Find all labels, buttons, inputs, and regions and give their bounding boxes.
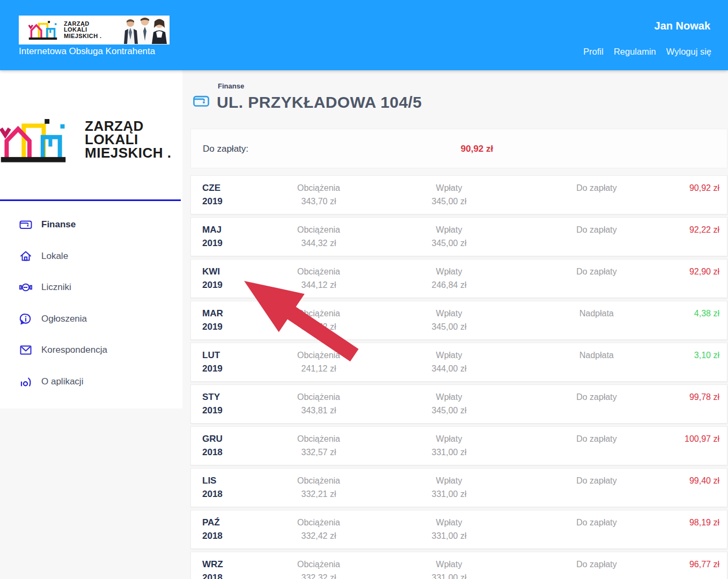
row-year: 2019	[202, 362, 282, 375]
row-payments: Wpłaty 345,00 zł	[355, 176, 543, 214]
row-payments: Wpłaty 345,00 zł	[355, 218, 543, 256]
payment-row[interactable]: PAŹ 2018 Obciążenia 332,42 zł Wpłaty 331…	[190, 510, 727, 549]
row-month: MAR	[202, 307, 282, 320]
summary-card: Do zapłaty: 90,92 zł	[190, 129, 727, 168]
row-status-label: Nadpłata	[543, 343, 650, 381]
row-year: 2019	[202, 278, 282, 292]
payments-list: CZE 2019 Obciążenia 343,70 zł Wpłaty 345…	[190, 175, 727, 579]
row-payments-label: Wpłaty	[355, 348, 543, 362]
row-payments-label: Wpłaty	[355, 390, 543, 404]
app-subtitle: Internetowa Obsługa Kontrahenta	[19, 46, 155, 57]
envelope-icon	[19, 344, 32, 357]
row-charges: Obciążenia 332,57 zł	[282, 427, 355, 465]
row-year: 2018	[202, 446, 282, 459]
row-period: MAR 2019	[191, 301, 282, 339]
row-amount: 99,40 zł	[650, 469, 727, 507]
row-status-label: Do zapłaty	[543, 427, 650, 465]
row-charges: Obciążenia 344,12 zł	[282, 259, 355, 298]
row-payments-value: 344,00 zł	[355, 362, 543, 375]
row-charges-value: 343,70 zł	[282, 195, 355, 208]
row-payments: Wpłaty 246,84 zł	[355, 259, 543, 298]
sidebar-item-label: Lokale	[41, 251, 68, 262]
houses-logo-icon	[28, 19, 57, 41]
row-charges: Obciążenia 332,42 zł	[282, 510, 355, 548]
people-photo	[121, 16, 169, 44]
row-charges-label: Obciążenia	[282, 223, 355, 236]
row-status-label: Do zapłaty	[543, 218, 650, 256]
summary-amount: 90,92 zł	[461, 144, 494, 154]
row-year: 2018	[202, 529, 282, 543]
row-period: CZE 2019	[191, 176, 282, 214]
payment-row[interactable]: MAJ 2019 Obciążenia 344,32 zł Wpłaty 345…	[190, 217, 727, 256]
row-payments-label: Wpłaty	[355, 474, 543, 487]
row-charges: Obciążenia 343,70 zł	[282, 176, 355, 214]
houses-logo-icon	[0, 112, 67, 168]
row-payments-value: 345,00 zł	[355, 236, 543, 250]
row-payments: Wpłaty 331,00 zł	[355, 510, 543, 548]
row-period: GRU 2018	[191, 427, 282, 465]
profile-link[interactable]: Profil	[583, 47, 604, 57]
payment-row[interactable]: LIS 2018 Obciążenia 332,21 zł Wpłaty 331…	[190, 468, 727, 507]
row-year: 2018	[202, 571, 282, 579]
row-payments-label: Wpłaty	[355, 516, 543, 529]
row-status-label: Nadpłata	[543, 301, 650, 339]
row-payments-value: 345,00 zł	[355, 404, 543, 417]
row-amount: 3,10 zł	[650, 343, 727, 381]
row-payments-label: Wpłaty	[355, 223, 543, 236]
logout-link[interactable]: Wyloguj się	[666, 47, 711, 57]
payment-row[interactable]: CZE 2019 Obciążenia 343,70 zł Wpłaty 345…	[190, 175, 727, 214]
row-month: CZE	[202, 181, 282, 195]
sidebar-item-liczniki[interactable]: Liczniki	[0, 272, 182, 303]
sidebar-item-label: Liczniki	[41, 282, 71, 293]
row-period: KWI 2019	[191, 259, 282, 298]
row-status-label: Do zapłaty	[543, 176, 650, 214]
row-amount: 96,77 zł	[650, 552, 727, 579]
top-header-bar: ZARZĄD LOKALI MIEJSKICH . Internetowa Ob…	[0, 0, 728, 70]
row-payments-label: Wpłaty	[355, 432, 543, 446]
brand-logo-banner[interactable]: ZARZĄD LOKALI MIEJSKICH .	[19, 16, 170, 44]
row-charges-label: Obciążenia	[282, 307, 355, 320]
row-payments-value: 331,00 zł	[355, 487, 543, 501]
payment-row[interactable]: MAR 2019 Obciążenia 344,72 zł Wpłaty 345…	[190, 301, 727, 340]
sidebar-item-korespondencja[interactable]: Korespondencja	[0, 335, 182, 366]
payment-row[interactable]: KWI 2019 Obciążenia 344,12 zł Wpłaty 246…	[190, 259, 727, 298]
sidebar-item-label: O aplikacji	[41, 376, 83, 387]
row-payments-label: Wpłaty	[355, 307, 543, 320]
row-charges-value: 344,32 zł	[282, 236, 355, 250]
row-month: STY	[202, 390, 282, 404]
sidebar-item-finanse[interactable]: Finanse	[0, 209, 182, 241]
row-amount: 99,78 zł	[650, 385, 727, 423]
row-payments: Wpłaty 331,00 zł	[355, 469, 543, 507]
row-month: LUT	[202, 348, 282, 362]
row-payments-label: Wpłaty	[355, 265, 543, 278]
payment-row[interactable]: STY 2019 Obciążenia 343,81 zł Wpłaty 345…	[190, 384, 727, 424]
sidebar-item-ogloszenia[interactable]: Ogłoszenia	[0, 303, 182, 335]
info-bubble-icon	[19, 313, 32, 325]
row-year: 2018	[202, 487, 282, 501]
terms-link[interactable]: Regulamin	[614, 47, 656, 57]
row-payments-value: 345,00 zł	[355, 320, 543, 333]
sidebar-item-o-aplikacji[interactable]: O aplikacji	[0, 366, 182, 398]
row-year: 2019	[202, 404, 282, 417]
row-charges-label: Obciążenia	[282, 558, 355, 571]
row-charges: Obciążenia 343,81 zł	[282, 385, 355, 423]
row-charges-value: 241,12 zł	[282, 362, 355, 375]
row-charges-label: Obciążenia	[282, 181, 355, 195]
row-charges-value: 332,32 zł	[282, 571, 355, 579]
user-name[interactable]: Jan Nowak	[655, 20, 710, 32]
row-charges-value: 343,81 zł	[282, 404, 355, 417]
row-charges-label: Obciążenia	[282, 348, 355, 362]
wallet-icon	[19, 218, 32, 231]
payment-row[interactable]: WRZ 2018 Obciążenia 332,32 zł Wpłaty 331…	[190, 552, 727, 579]
row-status-label: Do zapłaty	[543, 385, 650, 423]
row-charges: Obciążenia 241,12 zł	[282, 343, 355, 381]
row-payments-value: 246,84 zł	[355, 278, 543, 292]
sidebar-item-lokale[interactable]: Lokale	[0, 241, 182, 272]
payment-row[interactable]: LUT 2019 Obciążenia 241,12 zł Wpłaty 344…	[190, 343, 727, 382]
row-month: WRZ	[202, 558, 282, 571]
payment-row[interactable]: GRU 2018 Obciążenia 332,57 zł Wpłaty 331…	[190, 426, 727, 465]
row-year: 2019	[202, 195, 282, 208]
row-period: PAŹ 2018	[191, 510, 282, 548]
row-status-label: Do zapłaty	[543, 510, 650, 548]
row-charges: Obciążenia 332,32 zł	[282, 552, 355, 579]
